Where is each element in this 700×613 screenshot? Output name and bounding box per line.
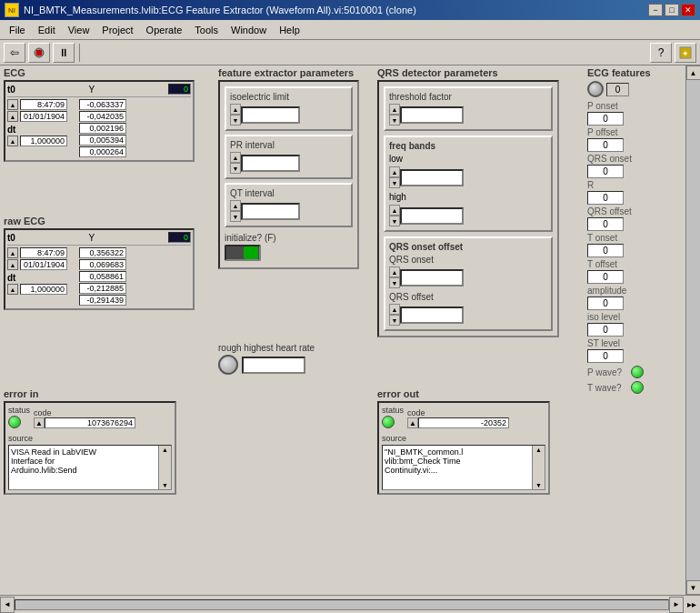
raw-val-3: -0,212885: [79, 283, 126, 294]
qrs-offset-label: QRS offset: [389, 292, 547, 302]
menu-operate[interactable]: Operate: [141, 23, 188, 37]
toolbar-run-button[interactable]: ⇦: [4, 43, 25, 63]
raw-ecg-datetime1: 8:47:09: [20, 247, 67, 258]
t-wave-led: [631, 381, 644, 394]
feature-extractor-panel: feature extractor parameters isoelectric…: [218, 67, 359, 269]
pr-interval-dec[interactable]: ▼: [230, 163, 241, 174]
scroll-up-button[interactable]: ▲: [686, 65, 701, 80]
feat-iso-level-value: 0: [587, 323, 624, 337]
qrs-onset-dec[interactable]: ▼: [389, 277, 400, 288]
scroll-down-button[interactable]: ▼: [686, 580, 701, 595]
toolbar-extra-button[interactable]: ✦: [675, 43, 696, 63]
iso-limit-dec[interactable]: ▼: [230, 115, 241, 126]
toolbar-help-button[interactable]: ?: [650, 43, 672, 63]
ecg-val-1: -0,042035: [79, 111, 126, 122]
freq-low-inc[interactable]: ▲: [389, 166, 400, 177]
menu-edit[interactable]: Edit: [33, 23, 61, 37]
qt-interval-inc[interactable]: ▲: [230, 200, 241, 211]
hscroll-track[interactable]: [15, 599, 669, 610]
toolbar-pause-button[interactable]: ⏸: [53, 43, 75, 63]
ecg-features-knob[interactable]: [587, 81, 604, 97]
error-in-code-spinner[interactable]: ▲: [34, 417, 45, 428]
menu-tools[interactable]: Tools: [189, 23, 224, 37]
menu-project[interactable]: Project: [96, 23, 138, 37]
menu-help[interactable]: Help: [274, 23, 305, 37]
toolbar-separator: [79, 44, 80, 62]
menu-view[interactable]: View: [63, 23, 95, 37]
error-out-status-label: status: [382, 406, 404, 415]
raw-ecg-label: raw ECG: [4, 216, 195, 226]
minimize-button[interactable]: −: [648, 4, 663, 16]
horizontal-scrollbar[interactable]: ◄ ► ▸▸: [0, 595, 700, 613]
window-title: NI_BMTK_Measurements.lvlib:ECG Feature E…: [24, 5, 416, 15]
pr-interval-input[interactable]: Long: [241, 155, 300, 172]
ecg-val-3: 0,005394: [79, 135, 126, 146]
p-wave-led: [631, 366, 644, 378]
error-out-label: error out: [377, 388, 550, 399]
error-out-code-spinner: ▲: [407, 417, 418, 428]
svg-rect-1: [36, 50, 42, 55]
iso-limit-inc[interactable]: ▲: [230, 104, 241, 115]
threshold-inc[interactable]: ▲: [389, 104, 400, 115]
toggle-knob: [244, 246, 258, 259]
heart-rate-label: rough highest heart rate: [218, 343, 315, 353]
error-in-source-text: VISA Read in LabVIEW Interface for Ardui…: [8, 445, 172, 490]
ecg-t0-label: t0: [7, 85, 15, 95]
feat-t-onset-value: 0: [587, 244, 624, 257]
menu-bar: File Edit View Project Operate Tools Win…: [0, 20, 700, 40]
freq-high-inc[interactable]: ▲: [389, 205, 400, 216]
qrs-onset-input[interactable]: Long: [400, 269, 464, 286]
freq-low-dec[interactable]: ▼: [389, 177, 400, 188]
raw-dt-icon: ▲: [7, 284, 18, 295]
freq-high-dec[interactable]: ▼: [389, 216, 400, 226]
ecg-dt-value: 1,000000: [20, 136, 67, 146]
pr-interval-inc[interactable]: ▲: [230, 152, 241, 163]
menu-window[interactable]: Window: [225, 23, 272, 37]
feat-iso-level-label: iso level: [587, 312, 669, 322]
error-in-status-label: status: [8, 406, 30, 415]
error-in-label: error in: [4, 388, 176, 399]
initialize-toggle[interactable]: [225, 245, 261, 261]
freq-low-input[interactable]: 10: [400, 169, 464, 186]
qt-interval-label: QT interval: [230, 188, 347, 198]
qrs-offset-input[interactable]: Long: [400, 306, 464, 324]
qt-interval-input[interactable]: Long: [241, 203, 300, 220]
toolbar-stop-button[interactable]: [28, 43, 50, 63]
scroll-right-button[interactable]: ►: [669, 597, 684, 613]
feat-t-offset-label: T offset: [587, 259, 669, 269]
raw-ecg-y-label: Y: [89, 233, 95, 243]
hscroll-dots: ▸▸: [684, 599, 700, 609]
raw-ecg-panel: raw ECG t0 Y 0 ▲ 8:47:09 ▲ 01/: [4, 216, 195, 310]
qrs-offset-dec[interactable]: ▼: [389, 315, 400, 326]
heart-rate-knob[interactable]: [218, 355, 238, 375]
qrs-onset-inc[interactable]: ▲: [389, 266, 400, 277]
qrs-offset-inc[interactable]: ▲: [389, 304, 400, 315]
maximize-button[interactable]: □: [665, 4, 679, 16]
raw-ecg-display: t0 Y 0 ▲ 8:47:09 ▲ 01/01/1904: [4, 228, 195, 310]
scroll-left-button[interactable]: ◄: [0, 597, 15, 613]
qt-interval-dec[interactable]: ▼: [230, 211, 241, 222]
feat-amplitude-label: amplitude: [587, 286, 669, 296]
vertical-scrollbar[interactable]: ▲ ▼: [685, 65, 700, 595]
qrs-onset-offset-label: QRS onset offset: [389, 242, 547, 252]
ecg-date-icon: ▲: [7, 111, 18, 122]
threshold-input[interactable]: 0,1: [400, 106, 464, 124]
iso-limit-input[interactable]: 0,05: [241, 106, 300, 124]
error-in-scroll-down[interactable]: ▼: [162, 482, 168, 488]
freq-high-input[interactable]: 20: [400, 207, 464, 225]
error-out-source-text: "NI_BMTK_common.l vlib:bmt_Check Time Co…: [382, 445, 545, 490]
feature-extractor-label: feature extractor parameters: [218, 67, 359, 78]
heart-rate-input[interactable]: 60 bpm: [242, 357, 305, 374]
freq-high-label: high: [389, 192, 415, 202]
error-out-scroll-up[interactable]: ▲: [535, 447, 542, 453]
feat-qrs-offset-label: QRS offset: [587, 206, 669, 216]
close-button[interactable]: ✕: [681, 4, 695, 16]
error-in-scroll-up[interactable]: ▲: [162, 447, 168, 453]
ecg-val-0: -0,063337: [79, 99, 126, 110]
menu-file[interactable]: File: [4, 23, 31, 37]
scroll-track[interactable]: [686, 80, 701, 580]
error-in-source-label: source: [8, 434, 172, 443]
raw-ecg-datetime2: 01/01/1904: [20, 259, 67, 270]
threshold-dec[interactable]: ▼: [389, 115, 400, 126]
error-out-scroll-down[interactable]: ▼: [535, 482, 542, 488]
